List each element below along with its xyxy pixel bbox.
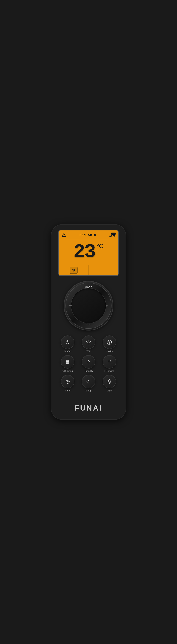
- dial-ring[interactable]: Mode Fan − +: [66, 283, 112, 329]
- dial-inner: [71, 288, 106, 324]
- svg-point-3: [88, 344, 89, 344]
- wifi-button-item[interactable]: Wifi: [79, 336, 98, 353]
- display-main: 23 °C: [59, 239, 118, 265]
- dial-plus-button[interactable]: +: [106, 303, 108, 308]
- lr-swing-label: LR-swing: [104, 370, 114, 372]
- lr-swing-button-item[interactable]: LR-swing: [100, 355, 118, 372]
- buttons-section: On/Off Wifi: [58, 336, 118, 392]
- display-fan-icon: [62, 232, 66, 238]
- dial-container[interactable]: Mode Fan − +: [64, 281, 113, 330]
- sleep-button-item[interactable]: Sleep: [79, 375, 98, 392]
- health-button[interactable]: [103, 336, 116, 349]
- svg-point-14: [108, 380, 110, 382]
- display-bottom: ❄: [59, 265, 118, 276]
- power-button[interactable]: [61, 336, 74, 349]
- battery-icon: [111, 232, 116, 235]
- display-bottom-left: ❄: [59, 265, 88, 276]
- ud-swing-button[interactable]: [61, 355, 74, 368]
- lr-swing-button[interactable]: [103, 355, 116, 368]
- snowflake-box: ❄: [70, 267, 78, 274]
- timer-label: Timer: [64, 389, 70, 392]
- wifi-label: Wifi: [86, 350, 90, 353]
- display-bottom-right: [88, 265, 118, 276]
- display-fan-mode: FAN AUTO: [80, 233, 96, 237]
- svg-line-19: [108, 380, 108, 380]
- display-right-icons: OPER: [110, 232, 116, 238]
- svg-line-22: [108, 382, 108, 382]
- light-button[interactable]: [103, 375, 116, 388]
- ud-swing-label: UD-swing: [62, 370, 73, 372]
- timer-button[interactable]: [61, 375, 74, 388]
- power-button-item[interactable]: On/Off: [58, 336, 77, 353]
- lcd-display: FAN AUTO OPER 23 °C: [58, 230, 118, 276]
- sleep-button[interactable]: [82, 375, 95, 388]
- dial-outer[interactable]: Mode Fan − +: [64, 281, 113, 330]
- svg-line-20: [110, 382, 111, 382]
- wifi-button[interactable]: [82, 336, 95, 349]
- svg-line-21: [110, 380, 111, 380]
- humidity-button-item[interactable]: Humidity: [79, 355, 98, 372]
- timer-button-item[interactable]: Timer: [58, 375, 77, 392]
- display-unit: °C: [96, 242, 104, 250]
- health-button-item[interactable]: Health: [100, 336, 118, 353]
- snowflake-icon: ❄: [72, 268, 75, 272]
- svg-marker-0: [62, 233, 66, 236]
- humidity-button[interactable]: [82, 355, 95, 368]
- power-label: On/Off: [64, 350, 71, 353]
- light-button-item[interactable]: Light: [100, 375, 118, 392]
- display-status: OPER: [110, 235, 116, 238]
- dial-mode-label[interactable]: Mode: [84, 286, 92, 289]
- remote-control: FAN AUTO OPER 23 °C: [51, 224, 126, 420]
- humidity-label: Humidity: [84, 370, 93, 372]
- ud-swing-button-item[interactable]: UD-swing: [58, 355, 77, 372]
- health-label: Health: [106, 350, 113, 353]
- light-label: Light: [107, 389, 112, 392]
- dial-minus-button[interactable]: −: [69, 303, 72, 308]
- display-temperature: 23: [74, 242, 95, 262]
- brand-name: FUNAI: [74, 400, 102, 412]
- page-wrapper: FAN AUTO OPER 23 °C: [0, 0, 177, 644]
- dial-fan-label[interactable]: Fan: [86, 323, 91, 326]
- sleep-label: Sleep: [86, 389, 92, 392]
